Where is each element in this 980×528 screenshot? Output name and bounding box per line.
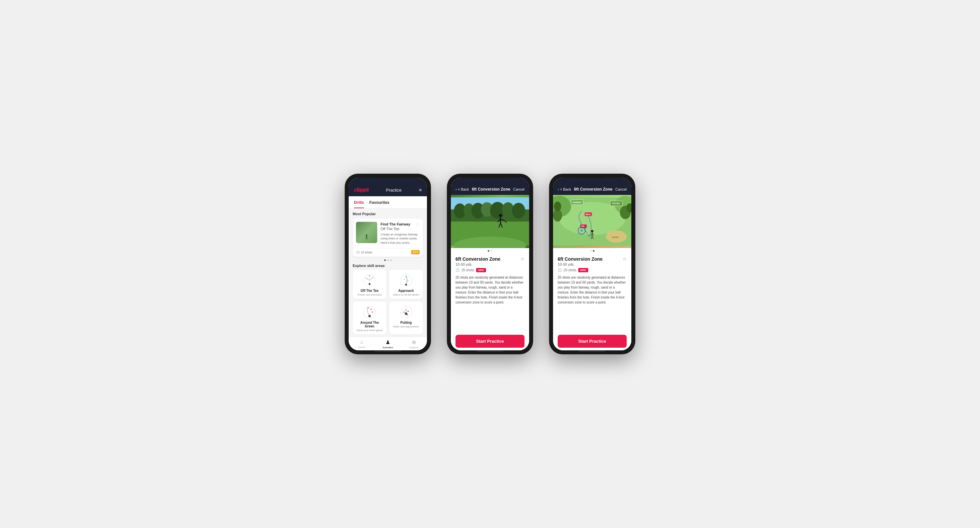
- notch: [477, 174, 503, 178]
- svg-point-67: [591, 230, 593, 232]
- svg-line-3: [367, 236, 368, 237]
- capture-label: Capture: [409, 346, 418, 349]
- skill-around-green[interactable]: Around The Green Hone your short game: [353, 301, 387, 334]
- back-button[interactable]: ‹ < Back: [455, 187, 469, 191]
- svg-point-74: [581, 230, 583, 232]
- svg-point-30: [407, 314, 408, 316]
- skill-off-the-tee[interactable]: Off The Tee Power and accuracy: [353, 270, 387, 299]
- shots-count: 20 shots: [564, 268, 576, 272]
- activities-label: Activities: [382, 346, 393, 349]
- img-dot-1: [488, 250, 489, 252]
- ott-icon: [355, 273, 384, 287]
- shots-info: 🕐 10 shots: [356, 251, 372, 254]
- explore-title: Explore skill areas: [353, 264, 423, 268]
- svg-point-42: [499, 214, 502, 217]
- drill-tag: ARG: [476, 268, 486, 272]
- tab-favourites[interactable]: Favourites: [369, 199, 390, 208]
- svg-point-27: [406, 309, 407, 311]
- cancel-button[interactable]: Cancel: [513, 187, 525, 191]
- nav-home[interactable]: ⌂ Home: [349, 339, 375, 349]
- home-label: Home: [358, 346, 365, 349]
- chevron-left-icon: ‹: [455, 187, 457, 191]
- tab-drills[interactable]: Drills: [354, 199, 364, 208]
- screen-content: Most Popular: [349, 209, 427, 337]
- tabs-bar: Drills Favourites: [349, 196, 427, 209]
- header-title: 6ft Conversion Zone: [472, 187, 510, 191]
- svg-text:Miss: Miss: [585, 213, 591, 216]
- shots-row: 🕐 20 shots ARG: [455, 268, 525, 272]
- start-practice-button[interactable]: Start Practice: [558, 335, 627, 348]
- atg-icon: [355, 305, 384, 319]
- svg-point-16: [405, 284, 407, 286]
- drill-description: 20 shots are randomly generated at dista…: [455, 275, 525, 305]
- back-button[interactable]: ‹ < Back: [558, 187, 571, 191]
- card-description: Create an imaginary fairway using trees …: [380, 233, 420, 245]
- svg-line-4: [366, 238, 367, 239]
- drill-body: 6ft Conversion Zone ☆ 10-50 yds 🕐 20 sho…: [553, 253, 631, 332]
- svg-point-13: [372, 277, 374, 279]
- drill-tag: ARG: [578, 268, 588, 272]
- card-footer: 🕐 10 shots OTT: [353, 248, 423, 257]
- image-dots: [451, 248, 529, 253]
- home-indicator: [375, 351, 401, 352]
- drill-title: 6ft Conversion Zone: [558, 256, 603, 262]
- nav-activities[interactable]: ♟ Activities: [375, 339, 401, 349]
- drill-range: 10-50 yds: [558, 262, 627, 266]
- app-header: clippd Practice ≡: [349, 178, 427, 196]
- svg-line-10: [367, 279, 369, 280]
- atg-sub: Hone your short game: [355, 329, 384, 332]
- putting-title: Putting: [392, 321, 420, 324]
- svg-point-20: [368, 315, 371, 317]
- approach-sub: Dial-in to hit the green: [392, 293, 420, 296]
- svg-line-5: [367, 238, 368, 239]
- carousel-dots: [353, 259, 423, 261]
- card-subtitle: Off The Tee: [380, 227, 410, 231]
- menu-icon[interactable]: ≡: [419, 187, 422, 193]
- cancel-button[interactable]: Cancel: [616, 187, 627, 191]
- favourite-icon[interactable]: ☆: [622, 256, 627, 262]
- drill-title-row: 6ft Conversion Zone ☆: [558, 256, 627, 262]
- skill-putting[interactable]: Putting Make and lag practice: [389, 301, 423, 334]
- svg-line-2: [365, 236, 367, 238]
- putting-icon: [392, 305, 420, 319]
- phone-2: ‹ < Back 6ft Conversion Zone Cancel: [447, 174, 533, 354]
- start-practice-button[interactable]: Start Practice: [455, 335, 525, 348]
- svg-point-21: [368, 307, 369, 308]
- favourite-icon[interactable]: ☆: [416, 222, 420, 227]
- ott-sub: Power and accuracy: [355, 293, 384, 296]
- drill-image: [451, 195, 529, 248]
- drill-title-row: 6ft Conversion Zone ☆: [455, 256, 525, 262]
- detail-header: ‹ < Back 6ft Conversion Zone Cancel: [451, 178, 529, 195]
- clock-icon: 🕐: [356, 251, 360, 254]
- drill-tag: OTT: [411, 250, 420, 254]
- drill-body: 6ft Conversion Zone ☆ 10-50 yds 🕐 20 sho…: [451, 253, 529, 332]
- svg-point-28: [403, 312, 405, 313]
- svg-point-9: [369, 283, 370, 285]
- clock-icon: 🕐: [455, 268, 460, 272]
- back-label: < Back: [458, 187, 469, 191]
- approach-icon: [392, 273, 420, 287]
- image-dots: [553, 248, 631, 253]
- img-dot-2: [593, 250, 595, 252]
- dot-2: [387, 259, 389, 261]
- ott-title: Off The Tee: [355, 289, 384, 293]
- clock-icon: 🕐: [558, 268, 562, 272]
- header-title: 6ft Conversion Zone: [574, 187, 612, 191]
- putting-sub: Make and lag practice: [392, 325, 420, 328]
- chevron-left-icon: ‹: [558, 187, 559, 191]
- skill-approach[interactable]: Approach Dial-in to hit the green: [389, 270, 423, 299]
- svg-point-29: [407, 311, 409, 312]
- svg-point-22: [371, 309, 372, 310]
- capture-icon: ⊕: [412, 339, 416, 345]
- svg-text:FAIRWAY: FAIRWAY: [573, 201, 582, 204]
- featured-card[interactable]: Find The Fairway Off The Tee ☆ Create an…: [353, 219, 423, 257]
- svg-line-11: [369, 278, 372, 280]
- svg-point-26: [405, 313, 407, 315]
- nav-capture[interactable]: ⊕ Capture: [401, 339, 427, 349]
- img-dot-1: [590, 250, 592, 252]
- detail-content: 6ft Conversion Zone ☆ 10-50 yds 🕐 20 sho…: [451, 195, 529, 350]
- bottom-navigation: ⌂ Home ♟ Activities ⊕ Capture: [349, 337, 427, 350]
- shots-row: 🕐 20 shots ARG: [558, 268, 627, 272]
- favourite-icon[interactable]: ☆: [520, 256, 525, 262]
- approach-title: Approach: [392, 289, 420, 293]
